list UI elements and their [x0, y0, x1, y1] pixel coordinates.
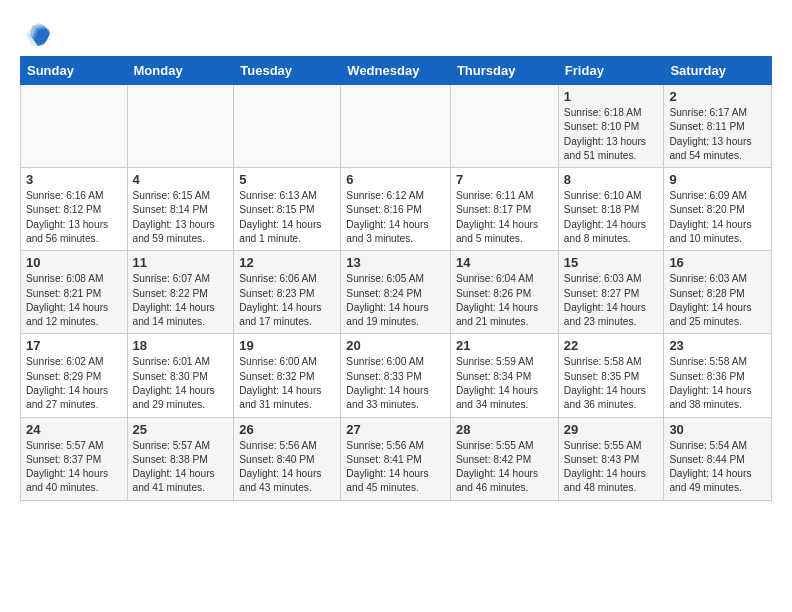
calendar-cell: 22Sunrise: 5:58 AM Sunset: 8:35 PM Dayli…	[558, 334, 664, 417]
day-info: Sunrise: 6:10 AM Sunset: 8:18 PM Dayligh…	[564, 189, 659, 246]
day-info: Sunrise: 6:03 AM Sunset: 8:27 PM Dayligh…	[564, 272, 659, 329]
day-info: Sunrise: 6:08 AM Sunset: 8:21 PM Dayligh…	[26, 272, 122, 329]
calendar-week-4: 17Sunrise: 6:02 AM Sunset: 8:29 PM Dayli…	[21, 334, 772, 417]
day-number: 1	[564, 89, 659, 104]
header	[20, 16, 772, 48]
day-number: 30	[669, 422, 766, 437]
day-number: 5	[239, 172, 335, 187]
calendar-cell: 23Sunrise: 5:58 AM Sunset: 8:36 PM Dayli…	[664, 334, 772, 417]
calendar-week-3: 10Sunrise: 6:08 AM Sunset: 8:21 PM Dayli…	[21, 251, 772, 334]
calendar-cell: 16Sunrise: 6:03 AM Sunset: 8:28 PM Dayli…	[664, 251, 772, 334]
day-info: Sunrise: 6:17 AM Sunset: 8:11 PM Dayligh…	[669, 106, 766, 163]
day-info: Sunrise: 6:07 AM Sunset: 8:22 PM Dayligh…	[133, 272, 229, 329]
day-info: Sunrise: 6:00 AM Sunset: 8:32 PM Dayligh…	[239, 355, 335, 412]
day-number: 10	[26, 255, 122, 270]
calendar-cell: 4Sunrise: 6:15 AM Sunset: 8:14 PM Daylig…	[127, 168, 234, 251]
calendar-cell: 6Sunrise: 6:12 AM Sunset: 8:16 PM Daylig…	[341, 168, 451, 251]
day-info: Sunrise: 6:01 AM Sunset: 8:30 PM Dayligh…	[133, 355, 229, 412]
calendar-cell: 3Sunrise: 6:16 AM Sunset: 8:12 PM Daylig…	[21, 168, 128, 251]
day-number: 16	[669, 255, 766, 270]
day-info: Sunrise: 5:57 AM Sunset: 8:37 PM Dayligh…	[26, 439, 122, 496]
day-number: 11	[133, 255, 229, 270]
day-number: 13	[346, 255, 445, 270]
day-info: Sunrise: 6:18 AM Sunset: 8:10 PM Dayligh…	[564, 106, 659, 163]
calendar-header-friday: Friday	[558, 57, 664, 85]
day-info: Sunrise: 5:57 AM Sunset: 8:38 PM Dayligh…	[133, 439, 229, 496]
calendar-cell: 9Sunrise: 6:09 AM Sunset: 8:20 PM Daylig…	[664, 168, 772, 251]
calendar-cell: 7Sunrise: 6:11 AM Sunset: 8:17 PM Daylig…	[450, 168, 558, 251]
day-number: 9	[669, 172, 766, 187]
day-number: 22	[564, 338, 659, 353]
calendar-week-5: 24Sunrise: 5:57 AM Sunset: 8:37 PM Dayli…	[21, 417, 772, 500]
day-info: Sunrise: 6:13 AM Sunset: 8:15 PM Dayligh…	[239, 189, 335, 246]
calendar-cell: 15Sunrise: 6:03 AM Sunset: 8:27 PM Dayli…	[558, 251, 664, 334]
calendar-cell: 14Sunrise: 6:04 AM Sunset: 8:26 PM Dayli…	[450, 251, 558, 334]
calendar-cell: 19Sunrise: 6:00 AM Sunset: 8:32 PM Dayli…	[234, 334, 341, 417]
calendar-cell	[450, 85, 558, 168]
calendar-cell: 26Sunrise: 5:56 AM Sunset: 8:40 PM Dayli…	[234, 417, 341, 500]
day-number: 25	[133, 422, 229, 437]
calendar-cell: 20Sunrise: 6:00 AM Sunset: 8:33 PM Dayli…	[341, 334, 451, 417]
day-info: Sunrise: 5:59 AM Sunset: 8:34 PM Dayligh…	[456, 355, 553, 412]
calendar-cell: 28Sunrise: 5:55 AM Sunset: 8:42 PM Dayli…	[450, 417, 558, 500]
day-info: Sunrise: 6:05 AM Sunset: 8:24 PM Dayligh…	[346, 272, 445, 329]
calendar-header-saturday: Saturday	[664, 57, 772, 85]
calendar-cell: 11Sunrise: 6:07 AM Sunset: 8:22 PM Dayli…	[127, 251, 234, 334]
day-number: 2	[669, 89, 766, 104]
calendar-header-tuesday: Tuesday	[234, 57, 341, 85]
calendar-cell	[341, 85, 451, 168]
day-info: Sunrise: 6:02 AM Sunset: 8:29 PM Dayligh…	[26, 355, 122, 412]
calendar-cell: 13Sunrise: 6:05 AM Sunset: 8:24 PM Dayli…	[341, 251, 451, 334]
logo	[20, 20, 52, 48]
calendar-cell: 21Sunrise: 5:59 AM Sunset: 8:34 PM Dayli…	[450, 334, 558, 417]
day-number: 21	[456, 338, 553, 353]
calendar-cell: 30Sunrise: 5:54 AM Sunset: 8:44 PM Dayli…	[664, 417, 772, 500]
day-info: Sunrise: 6:03 AM Sunset: 8:28 PM Dayligh…	[669, 272, 766, 329]
day-number: 24	[26, 422, 122, 437]
day-info: Sunrise: 6:00 AM Sunset: 8:33 PM Dayligh…	[346, 355, 445, 412]
day-number: 19	[239, 338, 335, 353]
day-info: Sunrise: 5:58 AM Sunset: 8:36 PM Dayligh…	[669, 355, 766, 412]
calendar-cell: 25Sunrise: 5:57 AM Sunset: 8:38 PM Dayli…	[127, 417, 234, 500]
calendar-header-row: SundayMondayTuesdayWednesdayThursdayFrid…	[21, 57, 772, 85]
logo-icon	[24, 20, 52, 48]
calendar-cell: 5Sunrise: 6:13 AM Sunset: 8:15 PM Daylig…	[234, 168, 341, 251]
day-number: 27	[346, 422, 445, 437]
day-number: 7	[456, 172, 553, 187]
calendar-cell: 27Sunrise: 5:56 AM Sunset: 8:41 PM Dayli…	[341, 417, 451, 500]
day-number: 4	[133, 172, 229, 187]
calendar-cell: 2Sunrise: 6:17 AM Sunset: 8:11 PM Daylig…	[664, 85, 772, 168]
calendar-week-2: 3Sunrise: 6:16 AM Sunset: 8:12 PM Daylig…	[21, 168, 772, 251]
calendar-cell: 12Sunrise: 6:06 AM Sunset: 8:23 PM Dayli…	[234, 251, 341, 334]
day-info: Sunrise: 6:16 AM Sunset: 8:12 PM Dayligh…	[26, 189, 122, 246]
calendar-header-thursday: Thursday	[450, 57, 558, 85]
day-number: 18	[133, 338, 229, 353]
day-number: 28	[456, 422, 553, 437]
day-number: 12	[239, 255, 335, 270]
calendar-cell: 18Sunrise: 6:01 AM Sunset: 8:30 PM Dayli…	[127, 334, 234, 417]
day-number: 26	[239, 422, 335, 437]
day-info: Sunrise: 6:12 AM Sunset: 8:16 PM Dayligh…	[346, 189, 445, 246]
day-info: Sunrise: 5:54 AM Sunset: 8:44 PM Dayligh…	[669, 439, 766, 496]
day-number: 14	[456, 255, 553, 270]
day-info: Sunrise: 5:55 AM Sunset: 8:43 PM Dayligh…	[564, 439, 659, 496]
day-number: 3	[26, 172, 122, 187]
day-info: Sunrise: 6:11 AM Sunset: 8:17 PM Dayligh…	[456, 189, 553, 246]
day-number: 6	[346, 172, 445, 187]
day-number: 20	[346, 338, 445, 353]
day-info: Sunrise: 5:55 AM Sunset: 8:42 PM Dayligh…	[456, 439, 553, 496]
calendar-cell: 8Sunrise: 6:10 AM Sunset: 8:18 PM Daylig…	[558, 168, 664, 251]
day-info: Sunrise: 5:56 AM Sunset: 8:40 PM Dayligh…	[239, 439, 335, 496]
day-number: 23	[669, 338, 766, 353]
calendar-header-monday: Monday	[127, 57, 234, 85]
calendar-header-sunday: Sunday	[21, 57, 128, 85]
calendar-cell: 29Sunrise: 5:55 AM Sunset: 8:43 PM Dayli…	[558, 417, 664, 500]
day-info: Sunrise: 6:15 AM Sunset: 8:14 PM Dayligh…	[133, 189, 229, 246]
day-number: 29	[564, 422, 659, 437]
day-number: 17	[26, 338, 122, 353]
page: SundayMondayTuesdayWednesdayThursdayFrid…	[0, 0, 792, 521]
calendar-cell: 10Sunrise: 6:08 AM Sunset: 8:21 PM Dayli…	[21, 251, 128, 334]
day-number: 8	[564, 172, 659, 187]
calendar-cell: 17Sunrise: 6:02 AM Sunset: 8:29 PM Dayli…	[21, 334, 128, 417]
calendar-header-wednesday: Wednesday	[341, 57, 451, 85]
